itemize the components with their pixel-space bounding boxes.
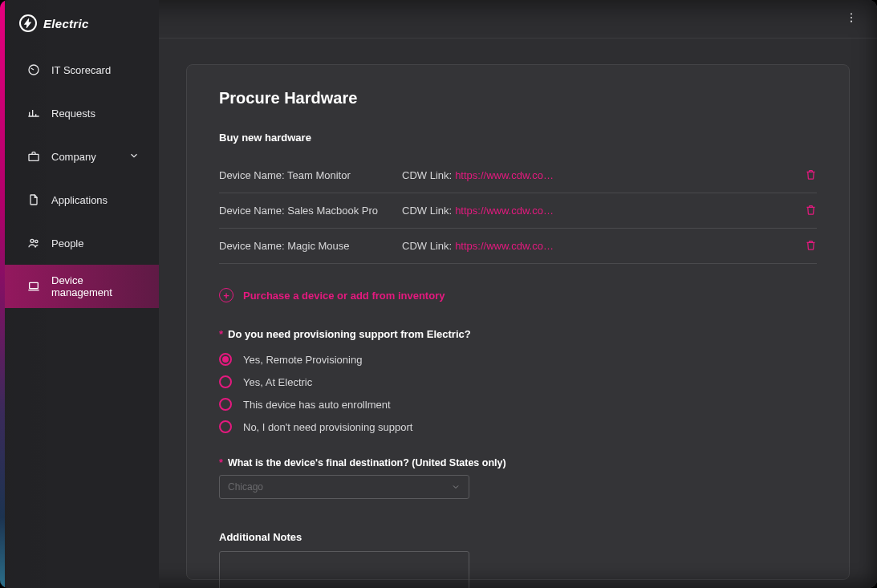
radio-label: Yes, At Electric <box>243 376 312 388</box>
notes-label: Additional Notes <box>219 531 817 543</box>
device-name-prefix: Device Name: <box>219 169 287 181</box>
radio-icon <box>219 353 232 366</box>
provisioning-radio-group: Yes, Remote Provisioning Yes, At Electri… <box>219 353 817 433</box>
add-device-button[interactable]: + Purchase a device or add from inventor… <box>219 288 817 302</box>
procure-hardware-card: Procure Hardware Buy new hardware Device… <box>186 64 850 580</box>
radio-label: Yes, Remote Provisioning <box>243 354 362 366</box>
svg-point-2 <box>30 239 34 242</box>
device-name-prefix: Device Name: <box>219 240 287 252</box>
main: Procure Hardware Buy new hardware Device… <box>159 0 877 588</box>
svg-point-3 <box>35 240 38 242</box>
device-name-prefix: Device Name: <box>219 205 287 217</box>
provisioning-option[interactable]: Yes, Remote Provisioning <box>219 353 817 366</box>
gauge-icon <box>27 63 40 76</box>
sidebar-item-it-scorecard[interactable]: IT Scorecard <box>0 48 159 91</box>
delete-device-button[interactable] <box>805 204 817 218</box>
svg-point-5 <box>851 13 852 14</box>
content: Procure Hardware Buy new hardware Device… <box>159 39 877 588</box>
radio-icon <box>219 398 232 411</box>
provisioning-option[interactable]: This device has auto enrollment <box>219 398 817 411</box>
sidebar-item-people[interactable]: People <box>0 221 159 265</box>
chevron-down-icon <box>451 482 461 492</box>
svg-point-6 <box>851 16 852 18</box>
device-name-value: Magic Mouse <box>287 240 349 252</box>
section-label: Buy new hardware <box>219 132 817 144</box>
device-row: Device Name: Team Monitor CDW Link: http… <box>219 158 817 193</box>
cdw-link[interactable]: https://www.cdw.com/pro… <box>455 205 559 217</box>
chevron-down-icon <box>128 150 140 164</box>
people-icon <box>27 237 40 249</box>
delete-device-button[interactable] <box>805 239 817 253</box>
topbar <box>159 0 877 39</box>
sidebar-item-company[interactable]: Company <box>0 135 159 178</box>
additional-notes-textarea[interactable] <box>219 551 469 588</box>
delete-device-button[interactable] <box>805 168 817 183</box>
cdw-link-prefix: CDW Link: <box>402 240 452 252</box>
sidebar-item-device-management[interactable]: Device management <box>0 265 159 308</box>
device-row: Device Name: Sales Macbook Pro CDW Link:… <box>219 193 817 229</box>
cdw-link[interactable]: https://www.cdw.com/pro… <box>455 169 559 181</box>
destination-select[interactable]: Chicago <box>219 475 469 499</box>
sidebar-item-applications[interactable]: Applications <box>0 178 159 221</box>
required-asterisk: * <box>219 328 223 340</box>
cdw-link[interactable]: https://www.cdw.com/pro… <box>455 240 559 252</box>
destination-label: *What is the device's final destination?… <box>219 457 817 468</box>
provisioning-question: *Do you need provisioning support from E… <box>219 328 817 340</box>
cdw-link-prefix: CDW Link: <box>402 169 452 181</box>
laptop-icon <box>27 280 40 293</box>
plus-circle-icon: + <box>219 288 233 302</box>
add-device-label: Purchase a device or add from inventory <box>243 290 445 302</box>
provisioning-option[interactable]: Yes, At Electric <box>219 375 817 388</box>
destination-placeholder: Chicago <box>228 481 263 493</box>
sidebar-item-requests[interactable]: Requests <box>0 91 159 135</box>
sidebar-nav: IT Scorecard Requests Company <box>0 48 159 308</box>
sidebar-item-label: Requests <box>51 107 95 120</box>
svg-point-7 <box>851 20 852 22</box>
radio-label: This device has auto enrollment <box>243 399 391 411</box>
radio-icon <box>219 375 232 388</box>
svg-rect-4 <box>30 282 39 288</box>
svg-rect-1 <box>29 154 39 160</box>
required-asterisk: * <box>219 457 223 468</box>
page-title: Procure Hardware <box>219 89 817 107</box>
app-root: Electric IT Scorecard Requests Company <box>0 0 877 588</box>
brand-name: Electric <box>43 17 89 30</box>
cdw-link-prefix: CDW Link: <box>402 205 452 217</box>
brand-logo: Electric <box>0 14 159 48</box>
device-row: Device Name: Magic Mouse CDW Link: https… <box>219 229 817 264</box>
radio-icon <box>219 420 232 433</box>
sidebar-item-label: People <box>51 237 83 249</box>
accent-bar <box>0 0 5 588</box>
device-name-value: Sales Macbook Pro <box>287 205 378 217</box>
provisioning-option[interactable]: No, I don't need provisioning support <box>219 420 817 433</box>
briefcase-icon <box>27 150 40 163</box>
bars-icon <box>27 107 40 120</box>
sidebar-item-label: Company <box>51 151 96 163</box>
sidebar: Electric IT Scorecard Requests Company <box>0 0 159 588</box>
sidebar-item-label: Applications <box>51 194 108 206</box>
bolt-icon <box>19 14 37 32</box>
sidebar-item-label: IT Scorecard <box>51 64 111 76</box>
device-name-value: Team Monitor <box>287 169 351 181</box>
radio-label: No, I don't need provisioning support <box>243 421 412 433</box>
file-icon <box>27 193 40 206</box>
kebab-menu-button[interactable] <box>842 8 861 30</box>
sidebar-item-label: Device management <box>51 274 140 298</box>
